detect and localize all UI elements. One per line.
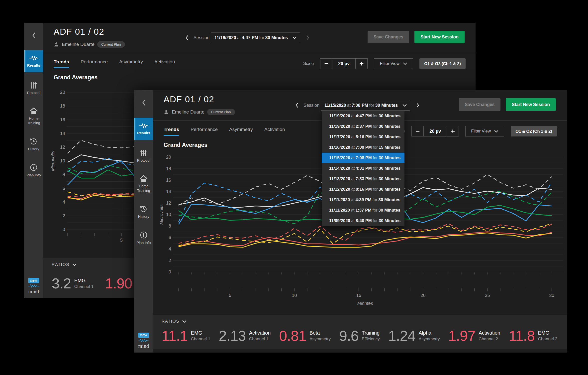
scale-increase-button[interactable] [447, 126, 459, 136]
session-duration: 30 Minutes [265, 35, 288, 40]
ratio-stat-training-efficiency: 9.6TrainingEfficiency [339, 329, 380, 343]
start-new-session-button[interactable]: Start New Session [414, 31, 465, 43]
ratio-value: 11.1 [162, 329, 188, 343]
session-menu-item-8[interactable]: 11/11/2020at4:39 PMfor30 Minutes [322, 195, 404, 205]
session-nav: Session 11/19/2020at4:47 PMfor30 Minutes [185, 32, 309, 43]
session-dropdown-menu: 11/19/2020at4:47 PMfor30 Minutes11/19/20… [322, 111, 404, 226]
session-select[interactable]: 11/15/2020at7:08 PMfor30 Minutes [321, 100, 410, 111]
y-tick-label: 12 [166, 201, 171, 206]
sidebar-item-results[interactable]: Results [134, 118, 153, 140]
channels-button[interactable]: O1 & O2 (Ch 1 & 2) [419, 58, 466, 69]
sidebar-item-protocol[interactable]: Protocol [134, 146, 153, 166]
save-changes-button[interactable]: Save Changes [368, 31, 409, 43]
history-clock-icon [30, 138, 38, 145]
scale-decrease-button[interactable] [411, 126, 424, 136]
tab-activation[interactable]: Activation [154, 59, 175, 68]
tab-trends[interactable]: Trends [164, 127, 179, 136]
filter-view-dropdown[interactable]: Filter View [465, 126, 504, 136]
session-menu-item-7[interactable]: 11/12/2020at8:16 PMfor30 Minutes [322, 184, 404, 195]
info-icon [140, 231, 147, 239]
user-row: Emeline Duarte Current Plan [54, 41, 125, 48]
menu-item-at: at [351, 124, 355, 129]
newmind-logo: new mind [24, 278, 43, 294]
logo-new-badge: new [28, 278, 39, 283]
sidebar-item-results[interactable]: Results [24, 50, 43, 72]
start-new-session-button[interactable]: Start New Session [506, 98, 556, 111]
scale-label: Scale [303, 61, 314, 66]
session-prev-button[interactable] [295, 103, 298, 108]
chevron-left-icon [295, 103, 298, 108]
menu-item-time: 2:37 PM [356, 124, 372, 129]
menu-item-time: 4:31 PM [356, 166, 372, 171]
session-time: 7:08 PM [352, 103, 368, 108]
chevron-down-icon [72, 263, 77, 266]
y-tick-label: 20 [60, 90, 65, 95]
session-select[interactable]: 11/19/2020at4:47 PMfor30 Minutes [211, 32, 300, 43]
y-tick-label: 16 [60, 117, 65, 122]
minus-icon [324, 61, 329, 66]
tab-performance[interactable]: Performance [191, 127, 218, 136]
sidebar-item-plan-info[interactable]: Plan Info [134, 228, 153, 248]
tab-trends[interactable]: Trends [54, 59, 69, 68]
section-heading: Grand Averages [54, 74, 98, 81]
menu-item-time: 7:33 PM [356, 176, 372, 181]
y-tick-label: 4 [169, 247, 171, 251]
save-changes-button[interactable]: Save Changes [459, 98, 501, 111]
session-menu-item-2[interactable]: 11/17/2020at5:16 PMfor30 Minutes [322, 132, 404, 142]
session-date: 11/19/2020 [214, 35, 236, 40]
ratio-value: 0.81 [279, 329, 306, 343]
chevron-left-icon [185, 35, 189, 40]
header-actions: Save Changes Start New Session [368, 31, 465, 43]
session-next-button[interactable] [416, 103, 419, 108]
channels-button[interactable]: O1 & O2 (Ch 1 & 2) [511, 126, 557, 136]
session-menu-item-5[interactable]: 11/14/2020at4:31 PMfor30 Minutes [322, 163, 404, 174]
scale-value: 20 μv [424, 126, 447, 136]
session-next-button[interactable] [306, 35, 309, 40]
scale-decrease-button[interactable] [320, 58, 332, 69]
tab-asymmetry[interactable]: Asymmetry [119, 59, 143, 68]
session-menu-item-0[interactable]: 11/19/2020at4:47 PMfor30 Minutes [322, 111, 404, 121]
menu-item-at: at [351, 208, 354, 213]
session-label: Session [303, 103, 319, 108]
session-menu-item-9[interactable]: 11/11/2020at1:37 PMfor30 Minutes [322, 205, 404, 216]
y-tick-label: 0 [63, 227, 65, 232]
menu-item-duration: 30 Minutes [379, 124, 400, 129]
tab-activation[interactable]: Activation [264, 127, 285, 136]
sidebar-item-protocol[interactable]: Protocol [24, 79, 43, 98]
sidebar-item-home-training[interactable]: Home Training [24, 105, 43, 128]
menu-item-time: 8:16 PM [356, 187, 372, 192]
tab-performance[interactable]: Performance [81, 59, 108, 68]
sidebar-nav: ResultsProtocolHome TrainingHistoryPlan … [134, 118, 153, 254]
tab-asymmetry[interactable]: Asymmetry [229, 127, 253, 136]
plus-icon [451, 129, 455, 133]
scale-increase-button[interactable] [355, 58, 368, 69]
x-tick-label: 5 [229, 293, 231, 298]
y-tick-label: 6 [169, 235, 171, 240]
menu-item-for: for [373, 124, 378, 129]
session-menu-item-4[interactable]: 11/15/2020at7:08 PMfor30 Minutes [322, 153, 404, 163]
session-menu-item-1[interactable]: 11/19/2020at2:37 PMfor30 Minutes [322, 121, 404, 132]
sidebar-item-history[interactable]: History [24, 135, 43, 154]
y-tick-label: 18 [166, 166, 171, 171]
y-tick-label: 12 [60, 145, 65, 150]
sidebar-collapse-button[interactable] [142, 100, 146, 107]
sidebar-item-home-training[interactable]: Home Training [134, 172, 153, 196]
session-menu-item-10[interactable]: 11/09/2020at8:40 PMfor30 Minutes [322, 216, 404, 226]
ratios-header[interactable]: RATIOS [52, 262, 77, 267]
session-prev-button[interactable] [185, 35, 189, 40]
session-menu-item-6[interactable]: 11/13/2020at7:33 PMfor30 Minutes [322, 174, 404, 184]
filter-view-dropdown[interactable]: Filter View [374, 58, 413, 69]
sidebar-item-history[interactable]: History [134, 203, 153, 222]
ratio-label-line1: EMG [538, 330, 557, 336]
ratio-value: 1.24 [388, 329, 415, 343]
tabs-row: TrendsPerformanceAsymmetryActivation Sca… [54, 58, 466, 69]
page-title: ADF 01 / 02 [164, 94, 214, 104]
menu-item-duration: 30 Minutes [379, 166, 400, 171]
sidebar-collapse-button[interactable] [32, 32, 36, 39]
session-menu-item-3[interactable]: 11/16/2020at7:09 PMfor15 Minutes [322, 142, 404, 153]
ratios-header[interactable]: RATIOS [162, 319, 187, 324]
plus-icon [359, 61, 364, 66]
ratios-label: RATIOS [162, 319, 179, 324]
session-at: at [347, 103, 351, 108]
sidebar-item-plan-info[interactable]: Plan Info [24, 161, 43, 180]
